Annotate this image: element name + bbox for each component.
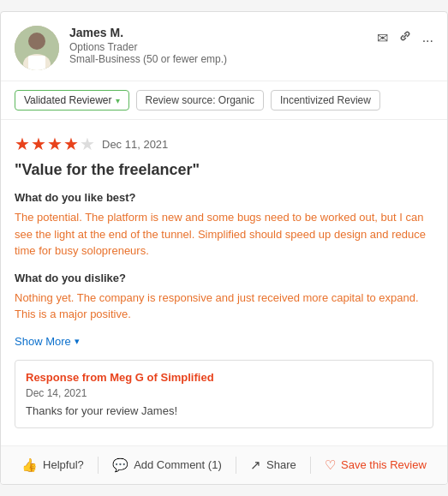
add-comment-button[interactable]: 💬 Add Comment (1): [112, 457, 222, 473]
divider-3: [310, 457, 311, 474]
svg-rect-3: [28, 56, 45, 70]
share-button[interactable]: ↗ Share: [250, 457, 296, 473]
validated-badge[interactable]: Validated Reviewer ▾: [15, 90, 129, 111]
user-company: Small-Business (50 or fewer emp.): [69, 53, 377, 65]
divider-2: [236, 457, 236, 474]
link-icon[interactable]: [398, 29, 412, 46]
review-footer: 👍 Helpful? 💬 Add Comment (1) ↗ Share ♡ S…: [1, 445, 447, 484]
response-box: Response from Meg G of Simplified Dec 14…: [15, 360, 433, 428]
review-date: Dec 11, 2021: [102, 138, 168, 151]
star-3: ★: [47, 134, 63, 154]
show-more-label: Show More: [15, 335, 71, 348]
star-2: ★: [31, 134, 46, 154]
validated-label: Validated Reviewer: [24, 94, 112, 106]
chevron-down-icon: ▾: [116, 96, 120, 105]
star-1: ★: [15, 134, 30, 154]
question-2: What do you dislike?: [15, 272, 433, 284]
response-date: Dec 14, 2021: [26, 387, 422, 399]
star-rating: ★ ★ ★ ★ ★: [15, 134, 95, 154]
user-role: Options Trader: [69, 41, 377, 53]
response-header: Response from Meg G of Simplified: [26, 371, 422, 384]
thumbs-up-icon: 👍: [21, 457, 38, 473]
review-body: ★ ★ ★ ★ ★ Dec 11, 2021 "Value for the fr…: [1, 120, 447, 445]
question-1: What do you like best?: [15, 191, 433, 204]
user-name: James M.: [69, 26, 377, 39]
chevron-down-icon: ▾: [75, 336, 80, 347]
header-actions: ✉ ...: [377, 26, 433, 46]
incentivized-label: Incentivized Review: [280, 94, 371, 106]
source-label: Review source: Organic: [146, 94, 254, 106]
comment-label: Add Comment (1): [134, 458, 222, 471]
answer-1: The potential. The platform is new and s…: [15, 209, 433, 260]
divider-1: [98, 457, 99, 474]
source-badge[interactable]: Review source: Organic: [136, 90, 264, 111]
answer-2: Nothing yet. The company is responsive a…: [15, 290, 433, 323]
helpful-button[interactable]: 👍 Helpful?: [21, 457, 84, 473]
helpful-label: Helpful?: [43, 458, 84, 471]
review-title: "Value for the freelancer": [15, 161, 433, 179]
svg-point-1: [28, 33, 45, 50]
response-text: Thanks for your review James!: [26, 404, 422, 417]
avatar: [15, 26, 59, 70]
star-4: ★: [63, 134, 79, 154]
heart-icon: ♡: [325, 457, 336, 473]
show-more-button[interactable]: Show More ▾: [15, 335, 433, 348]
incentivized-badge[interactable]: Incentivized Review: [271, 90, 380, 111]
rating-row: ★ ★ ★ ★ ★ Dec 11, 2021: [15, 134, 433, 154]
save-review-button[interactable]: ♡ Save this Review: [325, 457, 427, 473]
save-label: Save this Review: [341, 458, 427, 471]
badges-row: Validated Reviewer ▾ Review source: Orga…: [1, 81, 447, 120]
review-header: James M. Options Trader Small-Business (…: [1, 12, 447, 81]
user-info: James M. Options Trader Small-Business (…: [69, 26, 377, 65]
review-card: James M. Options Trader Small-Business (…: [0, 11, 448, 485]
comment-icon: 💬: [112, 457, 128, 473]
star-5: ★: [80, 134, 95, 154]
share-label: Share: [266, 458, 296, 471]
more-icon[interactable]: ...: [422, 30, 433, 45]
mail-icon[interactable]: ✉: [377, 30, 388, 46]
share-icon: ↗: [250, 457, 261, 473]
